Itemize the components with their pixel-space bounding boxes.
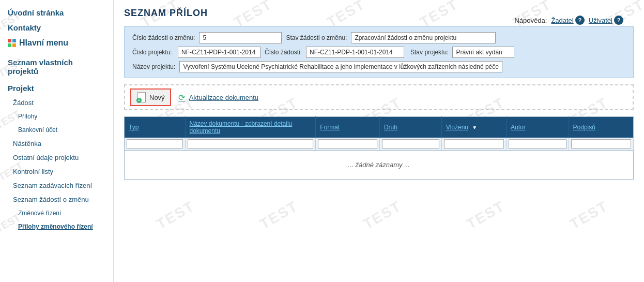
col-druh-link[interactable]: Druh — [384, 124, 397, 131]
sidebar-item-projekt[interactable]: Projekt — [0, 81, 113, 96]
col-vlozeno-link[interactable]: Vloženo — [446, 124, 468, 131]
data-table: Typ Název dokumentu - zobrazení detailu … — [124, 116, 634, 180]
zadatel-help-icon[interactable]: ? — [575, 16, 585, 25]
info-row-1: Číslo žádosti o změnu: 5 Stav žádosti o … — [132, 32, 625, 43]
menu-grid-icon — [8, 39, 16, 47]
info-panel: Číslo žádosti o změnu: 5 Stav žádosti o … — [124, 26, 634, 78]
col-vlozeno: Vloženo ▼ — [441, 117, 506, 138]
filter-nazev-input[interactable] — [188, 139, 314, 149]
sidebar-item-nastenka[interactable]: Nástěnka — [0, 137, 113, 151]
sidebar-item-zmenove-rizeni[interactable]: Změnové řízení — [0, 206, 113, 220]
label-cislo-projektu: Číslo projektu: — [132, 49, 174, 56]
filter-vlozeno — [441, 138, 506, 151]
sidebar-item-seznam-zadosti[interactable]: Seznam žádostí o změnu — [0, 192, 113, 206]
empty-row: ... žádné záznamy ... — [125, 151, 634, 180]
main-content: TEST TEST TEST TEST TEST TEST TEST TEST … — [114, 0, 644, 282]
filter-vlozeno-input[interactable] — [444, 139, 504, 149]
zadatel-help-link[interactable]: Žadatel ? — [551, 16, 584, 25]
label-stav-projektu: Stav projektu: — [410, 49, 448, 56]
sidebar-item-ostatni-udaje[interactable]: Ostatní údaje projektu — [0, 151, 113, 165]
filter-format-input[interactable] — [318, 139, 377, 149]
sidebar-item-bankovni-ucet[interactable]: Bankovní účet — [0, 123, 113, 137]
col-format: Formát — [316, 117, 380, 138]
label-cislo-zadosti: Číslo žádosti o změnu: — [132, 34, 195, 41]
value-stav-projektu: Právní akt vydán — [452, 47, 514, 58]
sidebar-item-zadost[interactable]: Žádost — [0, 96, 113, 110]
help-label: Nápověda: — [514, 17, 547, 24]
empty-message: ... žádné záznamy ... — [125, 151, 634, 180]
filter-row — [125, 138, 634, 151]
uzivatel-help-icon[interactable]: ? — [614, 16, 623, 25]
col-nazev-link[interactable]: Název dokumentu - zobrazení detailu doku… — [190, 120, 293, 135]
refresh-icon: ⟳ — [177, 93, 187, 102]
col-podpisu: Podpisů — [569, 117, 633, 138]
sidebar-item-hlavni-menu[interactable]: Hlavní menu — [0, 35, 113, 51]
filter-autor — [507, 138, 569, 151]
toolbar: + Nový ⟳ Aktualizace dokumentu — [124, 84, 634, 110]
filter-autor-input[interactable] — [509, 139, 566, 149]
value-cislo-zadosti2: NF-CZ11-PDP-1-001-01-2014 — [306, 47, 404, 58]
col-druh: Druh — [379, 117, 441, 138]
filter-typ-input[interactable] — [127, 139, 183, 149]
sidebar-item-prilohy[interactable]: Přílohy — [0, 110, 113, 123]
sort-icon: ▼ — [472, 125, 477, 130]
sidebar: TEST TEST TEST TEST TEST Úvodní stránka … — [0, 0, 114, 282]
col-typ: Typ — [125, 117, 186, 138]
col-autor-link[interactable]: Autor — [511, 124, 526, 131]
help-bar: Nápověda: Žadatel ? Uživatel ? — [514, 16, 623, 25]
value-stav-zadosti: Zpracování žádosti o změnu projektu — [351, 32, 496, 43]
filter-podpisu-input[interactable] — [571, 139, 631, 149]
filter-druh-input[interactable] — [382, 139, 439, 149]
value-cislo-projektu: NF-CZ11-PDP-1-001-2014 — [178, 47, 260, 58]
label-stav-zadosti: Stav žádosti o změnu: — [286, 34, 347, 41]
col-podpisu-link[interactable]: Podpisů — [573, 124, 595, 131]
sidebar-item-prilohy-zmenoveho[interactable]: Přílohy změnového řízení — [0, 220, 113, 233]
col-nazev: Název dokumentu - zobrazení detailu doku… — [185, 117, 316, 138]
info-row-2: Číslo projektu: NF-CZ11-PDP-1-001-2014 Č… — [132, 47, 625, 58]
table-header-row: Typ Název dokumentu - zobrazení detailu … — [125, 117, 634, 138]
info-row-3: Název projektu: Vytvoření Systému Ucelen… — [132, 61, 625, 72]
sidebar-item-uvodni-stranka[interactable]: Úvodní stránka — [0, 5, 113, 20]
new-doc-icon: + — [136, 92, 147, 103]
value-cislo-zadosti: 5 — [199, 32, 282, 43]
sidebar-item-seznam-zadavacich[interactable]: Seznam zadávacích řízení — [0, 179, 113, 192]
label-nazev-projektu: Název projektu: — [132, 63, 175, 70]
sidebar-item-kontakty[interactable]: Kontakty — [0, 20, 113, 35]
value-nazev-projektu: Vytvoření Systému Ucelené Psychiatrické … — [179, 61, 502, 72]
col-typ-link[interactable]: Typ — [129, 124, 139, 131]
filter-podpisu — [569, 138, 633, 151]
refresh-button[interactable]: ⟳ Aktualizace dokumentu — [177, 93, 258, 102]
sidebar-item-kontrolni-listy[interactable]: Kontrolní listy — [0, 165, 113, 179]
filter-typ — [125, 138, 186, 151]
col-autor: Autor — [507, 117, 569, 138]
sidebar-item-seznam-vlastnich[interactable]: Seznam vlastních projektů — [0, 55, 113, 79]
new-button[interactable]: + Nový — [130, 88, 171, 106]
col-format-link[interactable]: Formát — [320, 124, 340, 131]
label-cislo-zadosti2: Číslo žádosti: — [265, 49, 302, 56]
uzivatel-help-link[interactable]: Uživatel ? — [589, 16, 623, 25]
filter-format — [316, 138, 380, 151]
filter-druh — [379, 138, 441, 151]
filter-nazev — [185, 138, 316, 151]
